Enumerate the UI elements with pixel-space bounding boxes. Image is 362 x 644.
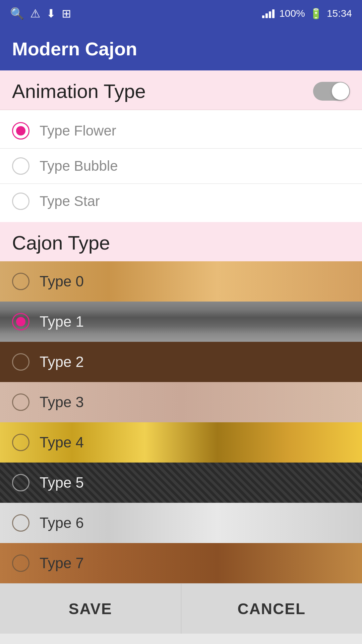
grid-icon: ⊞ <box>62 7 71 20</box>
search-icon: 🔍 <box>10 7 24 20</box>
cajon-section-title: Cajon Type <box>12 232 110 254</box>
cajon-type-0[interactable]: Type 0 <box>0 261 362 302</box>
cajon-label-type0: Type 0 <box>40 273 84 290</box>
radio-type7 <box>12 554 29 572</box>
animation-option-bubble[interactable]: Type Bubble <box>0 149 362 183</box>
animation-radio-group: Type Flower Type Bubble Type Star <box>0 110 362 222</box>
cajon-label-type2: Type 2 <box>40 354 84 370</box>
cajon-type-6[interactable]: Type 6 <box>0 503 362 543</box>
status-icons: 🔍 ⚠ ⬇ ⊞ <box>10 7 71 20</box>
time-display: 15:34 <box>327 8 352 19</box>
app-bar: Modern Cajon <box>0 27 362 70</box>
cajon-label-type7: Type 7 <box>40 555 84 572</box>
radio-star <box>12 193 29 210</box>
status-right: 100% 🔋 15:34 <box>262 8 352 19</box>
radio-type4 <box>12 434 29 451</box>
animation-section-title: Animation Type <box>12 80 146 102</box>
animation-toggle[interactable] <box>313 82 350 101</box>
content-area: Animation Type Type Flower Type Bubble T… <box>0 70 362 583</box>
cajon-type-1[interactable]: Type 1 <box>0 302 362 342</box>
cajon-label-type6: Type 6 <box>40 515 84 531</box>
animation-option-flower[interactable]: Type Flower <box>0 113 362 148</box>
battery-text: 100% <box>279 8 305 19</box>
radio-flower <box>12 122 29 140</box>
signal-icon <box>262 9 275 18</box>
bottom-buttons: SAVE CANCEL <box>0 583 362 634</box>
save-button[interactable]: SAVE <box>0 584 181 634</box>
radio-type1 <box>12 313 29 330</box>
cajon-type-2[interactable]: Type 2 <box>0 342 362 382</box>
cajon-label-type1: Type 1 <box>40 313 84 330</box>
app-title: Modern Cajon <box>12 38 137 60</box>
cajon-type-5[interactable]: Type 5 <box>0 463 362 503</box>
battery-icon: 🔋 <box>310 8 322 19</box>
radio-type0 <box>12 273 29 290</box>
radio-bubble <box>12 157 29 175</box>
cajon-label-type5: Type 5 <box>40 474 84 491</box>
cancel-button[interactable]: CANCEL <box>181 584 362 634</box>
radio-type5 <box>12 474 29 491</box>
cajon-type-4[interactable]: Type 4 <box>0 422 362 463</box>
animation-section-header: Animation Type <box>0 70 362 110</box>
cajon-type-7[interactable]: Type 7 <box>0 543 362 583</box>
cajon-section-header: Cajon Type <box>0 222 362 261</box>
radio-type6 <box>12 514 29 532</box>
animation-label-star: Type Star <box>40 193 100 209</box>
radio-type2 <box>12 353 29 371</box>
cajon-label-type3: Type 3 <box>40 394 84 411</box>
cajon-type-list: Type 0 Type 1 Type 2 Type 3 Type 4 Type … <box>0 261 362 583</box>
animation-label-flower: Type Flower <box>40 123 116 139</box>
cajon-type-3[interactable]: Type 3 <box>0 382 362 422</box>
animation-option-star[interactable]: Type Star <box>0 184 362 219</box>
download-icon: ⬇ <box>46 7 56 20</box>
animation-label-bubble: Type Bubble <box>40 158 118 174</box>
status-bar: 🔍 ⚠ ⬇ ⊞ 100% 🔋 15:34 <box>0 0 362 27</box>
radio-type3 <box>12 393 29 411</box>
toggle-knob <box>332 83 349 100</box>
warning-icon: ⚠ <box>30 7 40 20</box>
cajon-label-type4: Type 4 <box>40 434 84 451</box>
